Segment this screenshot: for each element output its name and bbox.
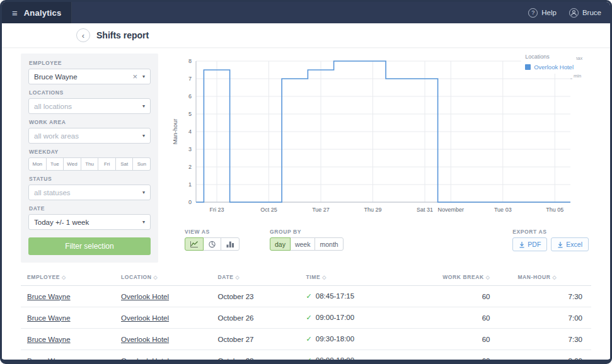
work-area-label: WORK AREA [29,119,151,125]
time-cell: 09:00-18:00 [316,356,354,364]
date-select[interactable]: Today +/- 1 week ▾ [28,214,151,230]
header-date[interactable]: DATE◇ [212,269,300,286]
clear-icon[interactable]: × [132,72,137,81]
view-bar-chart-button[interactable] [221,237,240,251]
export-excel-label: Excel [566,241,582,248]
header-employee-label: EMPLOYEE [27,274,60,280]
status-select[interactable]: all statuses ▾ [28,185,151,200]
download-icon [557,241,563,248]
group-by-month-button[interactable]: month [315,237,343,251]
export-pdf-button[interactable]: PDF [512,237,547,251]
svg-text:Sat 31: Sat 31 [417,207,433,213]
filter-panel: EMPLOYEE Bruce Wayne × ▾ LOCATIONS all l… [21,54,158,263]
app-window: ≡ Analytics ? Help Bruce ‹ Shifts report… [0,0,612,364]
location-link[interactable]: Overlook Hotel [121,314,169,322]
time-cell: 08:45-17:15 [316,292,354,300]
group-by-week-button[interactable]: week [290,237,316,251]
view-as-toggle [185,237,240,251]
help-button[interactable]: ? Help [528,8,557,18]
date-cell: October 26 [212,307,300,329]
employee-value: Bruce Wayne [34,73,130,81]
group-by-group: GROUP BY day week month [270,229,344,251]
check-icon: ✓ [306,335,312,343]
chevron-down-icon: ▾ [142,74,145,79]
export-excel-button[interactable]: Excel [551,237,589,251]
header-location[interactable]: LOCATION◇ [115,269,212,286]
view-line-chart-button[interactable] [185,237,204,251]
chevron-down-icon: ▾ [142,219,145,225]
svg-text:Tue 03: Tue 03 [494,207,512,213]
employee-link[interactable]: Bruce Wayne [27,357,71,364]
svg-text:5: 5 [188,111,192,117]
help-icon: ? [528,8,538,18]
man-hour-cell: 8:00 [511,350,591,364]
help-label: Help [541,9,557,16]
weekday-tue-button[interactable]: Tue [47,157,64,171]
user-menu[interactable]: Bruce [569,8,601,18]
locations-select[interactable]: all locations ▾ [28,98,151,114]
shifts-table: EMPLOYEE◇ LOCATION◇ DATE◇ TIME◇ WORK BRE… [21,269,591,364]
header-work-break[interactable]: WORK BREAK◇ [436,269,511,286]
weekday-toggle-group: Mon Tue Wed Thu Fri Sat Sun [28,157,151,171]
table-header-row: EMPLOYEE◇ LOCATION◇ DATE◇ TIME◇ WORK BRE… [21,269,591,286]
weekday-thu-button[interactable]: Thu [81,157,99,171]
chart-legend: Locations Overlook Hotel [521,52,576,74]
check-icon: ✓ [306,356,312,364]
header-man-hour[interactable]: MAN-HOUR◇ [511,269,591,286]
filter-selection-button[interactable]: Filter selection [28,237,151,255]
svg-text:1: 1 [188,181,192,188]
date-cell: October 23 [212,286,300,307]
page-title: Shifts report [96,30,149,40]
svg-text:6: 6 [188,93,192,100]
header-time[interactable]: TIME◇ [300,269,437,286]
back-button[interactable]: ‹ [76,28,90,42]
user-label: Bruce [582,9,601,16]
weekday-wed-button[interactable]: Wed [64,157,81,171]
chart-controls: VIEW AS [170,229,591,251]
topbar-actions: ? Help Bruce [528,8,610,18]
svg-text:3: 3 [188,146,192,152]
legend-item[interactable]: Overlook Hotel [525,64,574,71]
sort-icon: ◇ [236,275,240,280]
location-link[interactable]: Overlook Hotel [121,357,169,364]
group-by-label: GROUP BY [270,229,344,235]
header-employee[interactable]: EMPLOYEE◇ [21,269,115,286]
weekday-sun-button[interactable]: Sun [133,157,151,171]
header-work-break-label: WORK BREAK [442,274,484,280]
svg-text:8: 8 [188,58,192,64]
weekday-fri-button[interactable]: Fri [98,157,116,171]
weekday-sat-button[interactable]: Sat [116,157,134,171]
header-date-label: DATE [218,274,234,280]
menu-icon[interactable]: ≡ [12,8,18,18]
topbar-brand: ≡ Analytics [2,2,72,23]
chevron-down-icon: ▾ [142,103,145,109]
table-row: Bruce Wayne Overlook Hotel October 26 ✓0… [21,307,591,329]
date-cell: October 27 [212,329,300,350]
check-icon: ✓ [306,292,312,300]
view-as-label: VIEW AS [185,229,240,235]
employee-link[interactable]: Bruce Wayne [27,314,71,322]
employee-select[interactable]: Bruce Wayne × ▾ [28,69,151,84]
employee-link[interactable]: Bruce Wayne [27,336,71,343]
export-group: EXPORT AS PDF Excel [512,229,591,251]
legend-series-label: Overlook Hotel [534,64,574,71]
page-header: ‹ Shifts report [2,23,610,47]
svg-text:Man-hour: Man-hour [171,119,178,145]
sort-icon: ◇ [62,275,66,280]
table-row: Bruce Wayne Overlook Hotel October 28 ✓0… [21,350,591,364]
group-by-day-button[interactable]: day [270,237,291,251]
location-link[interactable]: Overlook Hotel [121,293,169,300]
employee-link[interactable]: Bruce Wayne [27,293,71,300]
view-as-group: VIEW AS [185,229,240,251]
header-man-hour-label: MAN-HOUR [517,274,550,280]
svg-text:Thu 05: Thu 05 [546,207,563,213]
view-pie-chart-button[interactable] [203,237,221,251]
legend-swatch [525,64,531,70]
work-area-select[interactable]: all work areas ▾ [28,128,151,144]
man-hour-cell: 7:00 [511,307,591,329]
export-pdf-label: PDF [528,241,541,248]
date-cell: October 28 [212,350,300,364]
location-link[interactable]: Overlook Hotel [121,336,169,343]
svg-text:7: 7 [188,76,192,82]
weekday-mon-button[interactable]: Mon [28,157,47,171]
